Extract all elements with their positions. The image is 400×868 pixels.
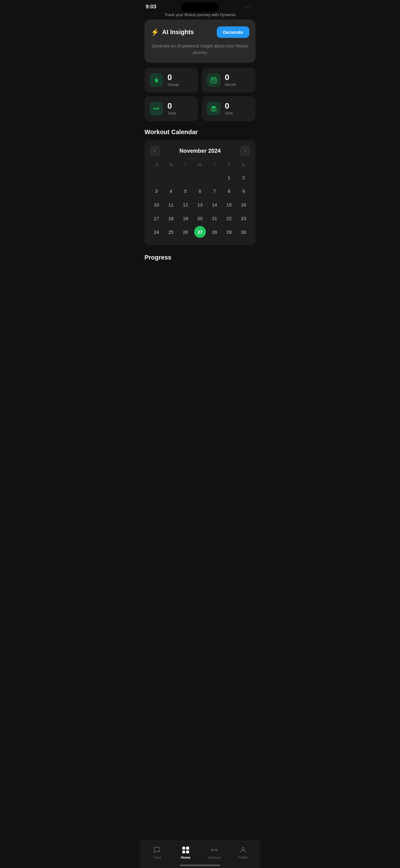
total-info: 0 Total (167, 102, 176, 116)
notch (181, 2, 219, 12)
weekday-sat: S (236, 161, 251, 168)
calendar-card: ‹ November 2024 › S M T W T F S 12345678… (144, 140, 256, 245)
cal-day-23[interactable]: 23 (238, 212, 249, 224)
bolt-icon: ⚡ (151, 28, 159, 36)
svg-rect-11 (155, 108, 158, 109)
svg-rect-7 (213, 81, 214, 81)
streak-icon-wrap (149, 73, 163, 87)
cal-day-28[interactable]: 28 (209, 226, 221, 238)
ai-insights-title: AI Insights (162, 29, 194, 36)
progress-section: Progress (144, 254, 256, 261)
cal-day-8[interactable]: 8 (223, 185, 235, 197)
calendar-header: ‹ November 2024 › (149, 146, 251, 156)
cal-day-22[interactable]: 22 (223, 212, 235, 224)
streak-info: 0 Streak (167, 73, 179, 87)
svg-rect-8 (214, 81, 215, 81)
svg-rect-12 (158, 107, 158, 110)
cal-day-14[interactable]: 14 (209, 199, 221, 211)
sets-label: Sets (225, 111, 233, 116)
cal-day-6[interactable]: 6 (194, 185, 206, 197)
cal-day-15[interactable]: 15 (223, 199, 235, 211)
stat-card-month: 0 Month (202, 68, 256, 93)
svg-rect-13 (158, 108, 159, 109)
svg-rect-6 (212, 81, 213, 81)
cal-day-3[interactable]: 3 (151, 185, 162, 197)
stat-card-sets: 0 Sets (202, 96, 256, 121)
status-right: ···· (245, 5, 254, 9)
cal-day-17[interactable]: 17 (151, 212, 162, 224)
cal-day-7[interactable]: 7 (209, 185, 221, 197)
svg-rect-10 (155, 107, 155, 110)
cal-day-27[interactable]: 27 (194, 226, 206, 238)
cal-day-12[interactable]: 12 (179, 199, 191, 211)
cal-day-19[interactable]: 19 (179, 212, 191, 224)
main-content: ⚡ AI Insights Generate Generate an AI-po… (139, 20, 261, 298)
weekday-tue: T (178, 161, 193, 168)
progress-title: Progress (144, 254, 256, 261)
month-info: 0 Month (225, 73, 236, 87)
flame-icon (153, 77, 160, 84)
dumbbell-icon (153, 105, 160, 112)
app-title: Track your fitness journey with Dynamis (164, 12, 235, 17)
month-label: Month (225, 82, 236, 87)
svg-rect-9 (154, 108, 155, 109)
calendar-days: 1234567891011121314151617181920212223242… (149, 171, 251, 239)
cal-day-30[interactable]: 30 (238, 226, 249, 238)
cal-day-21[interactable]: 21 (209, 212, 221, 224)
streak-label: Streak (167, 82, 179, 87)
cal-day-1[interactable]: 1 (223, 172, 235, 183)
calendar-next-button[interactable]: › (240, 146, 251, 156)
top-banner: Track your fitness journey with Dynamis (139, 12, 261, 20)
cal-day-11[interactable]: 11 (165, 199, 177, 211)
signal-icon: ···· (245, 5, 251, 9)
cal-day-18[interactable]: 18 (165, 212, 177, 224)
status-bar: 9:03 ···· (139, 0, 261, 12)
weekday-fri: F (222, 161, 236, 168)
calendar-weekdays: S M T W T F S (149, 161, 251, 168)
generate-button[interactable]: Generate (217, 26, 249, 38)
workout-calendar-title: Workout Calendar (144, 128, 256, 136)
sets-icon-wrap (207, 102, 221, 116)
ai-title-group: ⚡ AI Insights (151, 28, 194, 36)
ai-description: Generate an AI-powered insight about you… (151, 43, 249, 56)
cal-day-29[interactable]: 29 (223, 226, 235, 238)
ai-card-header: ⚡ AI Insights Generate (151, 26, 249, 38)
month-value: 0 (225, 73, 236, 81)
weekday-thu: T (207, 161, 222, 168)
status-time: 9:03 (146, 4, 156, 10)
cal-day-13[interactable]: 13 (194, 199, 206, 211)
total-icon-wrap (149, 102, 163, 116)
layers-icon (210, 105, 217, 112)
sets-info: 0 Sets (225, 102, 233, 116)
stats-grid: 0 Streak 0 Month (144, 68, 256, 121)
cal-day-2[interactable]: 2 (238, 172, 249, 183)
calendar-prev-button[interactable]: ‹ (149, 146, 160, 156)
cal-day-5[interactable]: 5 (179, 185, 191, 197)
sets-value: 0 (225, 102, 233, 110)
streak-value: 0 (167, 73, 179, 81)
svg-rect-2 (211, 78, 216, 83)
calendar-icon (210, 77, 217, 84)
cal-day-24[interactable]: 24 (151, 226, 162, 238)
cal-day-26[interactable]: 26 (179, 226, 191, 238)
total-label: Total (167, 111, 176, 116)
weekday-sun: S (149, 161, 164, 168)
cal-day-10[interactable]: 10 (151, 199, 162, 211)
total-value: 0 (167, 102, 176, 110)
stat-card-total: 0 Total (144, 96, 198, 121)
calendar-month-title: November 2024 (179, 148, 221, 154)
stat-card-streak: 0 Streak (144, 68, 198, 93)
weekday-mon: M (164, 161, 178, 168)
cal-day-4[interactable]: 4 (165, 185, 177, 197)
month-icon-wrap (207, 73, 221, 87)
cal-day-20[interactable]: 20 (194, 212, 206, 224)
weekday-wed: W (193, 161, 207, 168)
cal-day-9[interactable]: 9 (238, 185, 249, 197)
ai-insights-card: ⚡ AI Insights Generate Generate an AI-po… (144, 20, 256, 63)
cal-day-16[interactable]: 16 (238, 199, 249, 211)
cal-day-25[interactable]: 25 (165, 226, 177, 238)
